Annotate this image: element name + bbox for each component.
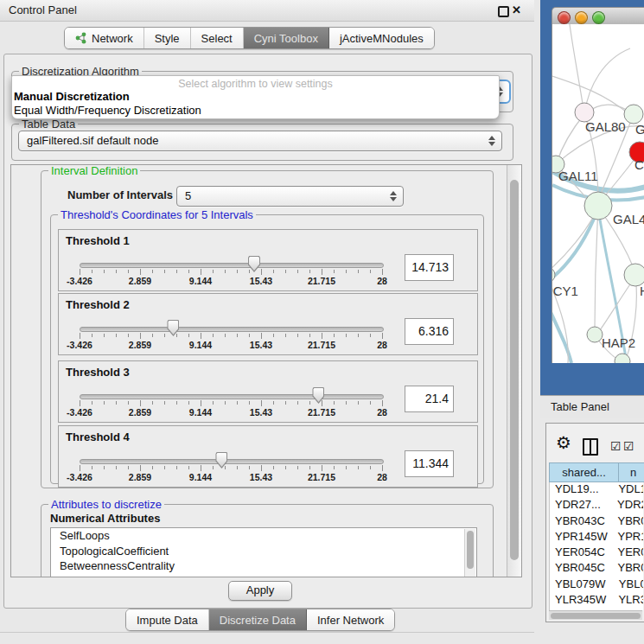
column-header-shared-name[interactable]: shared... [549, 462, 619, 482]
split-columns-icon[interactable] [583, 438, 598, 456]
tick-mark [358, 270, 359, 273]
scrollbar-thumb[interactable] [510, 180, 519, 560]
scrollbar-thumb[interactable] [467, 531, 474, 569]
tick-mark [309, 270, 310, 273]
tick-label: 15.43 [250, 407, 272, 418]
scrollbar-thumb[interactable] [551, 613, 641, 619]
checkbox-icon[interactable]: ☑ [610, 439, 622, 453]
slider-track[interactable] [80, 459, 384, 464]
table-row[interactable]: YLR345WYLR3 [550, 593, 643, 609]
tick-mark [152, 466, 153, 469]
network-node[interactable] [584, 192, 612, 220]
cell-name[interactable]: YBR0 [615, 561, 643, 577]
table-data-combobox[interactable]: galFiltered.sif default node [18, 131, 502, 151]
network-node[interactable] [552, 267, 555, 283]
minimize-traffic-light[interactable] [575, 11, 588, 24]
network-canvas[interactable]: GAL80GACGAL11GAL4GCY1HAHAP2 [552, 24, 644, 363]
attributes-scrollbar[interactable] [464, 529, 475, 577]
threshold-2-value-box[interactable]: 6.316 [405, 318, 454, 345]
tab-jactivemnodules[interactable]: jActiveMNodules [329, 28, 434, 48]
table-body[interactable]: YDL19...YDL1YDR27...YDR2YBR043CYBR0YPR14… [549, 482, 643, 610]
tab-select[interactable]: Select [191, 28, 244, 48]
checkbox-icon[interactable]: ☑ [623, 439, 634, 453]
tick-mark [176, 334, 177, 337]
table-row[interactable]: YBR043CYBR0 [550, 514, 643, 530]
tab-cyni-toolbox[interactable]: Cyni Toolbox [244, 28, 329, 48]
slider-track[interactable] [80, 327, 384, 332]
zoom-traffic-light[interactable] [592, 11, 605, 24]
tick-mark [261, 400, 262, 406]
tab-impute-data[interactable]: Impute Data [126, 609, 209, 630]
cell-shared-name[interactable]: YLR345W [550, 593, 615, 609]
tab-infer-network[interactable]: Infer Network [307, 609, 394, 630]
slider-thumb[interactable] [215, 452, 227, 469]
apply-button[interactable]: Apply [228, 581, 292, 601]
network-node[interactable] [624, 105, 643, 124]
table-row[interactable]: YER054CYER0 [550, 545, 643, 561]
cell-shared-name[interactable]: YDR27... [550, 498, 614, 513]
tick-mark [358, 401, 359, 405]
cell-name[interactable]: YER0 [615, 545, 643, 561]
float-window-icon[interactable] [498, 6, 509, 17]
tick-mark [128, 401, 129, 405]
cell-shared-name[interactable]: YBR043C [550, 514, 615, 530]
popup-option-equal-width[interactable]: Equal Width/Frequency Discretization [14, 104, 201, 117]
column-header-name[interactable]: n [619, 462, 644, 482]
gear-icon[interactable]: ⚙ [556, 434, 571, 451]
interval-definition-group: Interval Definition Number of Intervals … [41, 170, 494, 488]
cell-shared-name[interactable]: YBR045C [550, 561, 615, 577]
attribute-list-item[interactable]: BetweennessCentrality [51, 558, 476, 574]
threshold-3-value-box[interactable]: 21.4 [405, 386, 454, 412]
settings-vertical-scrollbar[interactable] [507, 165, 521, 577]
cell-shared-name[interactable]: YBL079W [550, 577, 615, 593]
tick-mark [285, 334, 286, 337]
threshold-4-value-box[interactable]: 11.344 [405, 450, 454, 477]
numerical-attributes-list[interactable]: SelfLoopsTopologicalCoefficientBetweenne… [50, 527, 477, 577]
cell-shared-name[interactable]: YDL19... [550, 482, 615, 498]
tick-mark [116, 270, 117, 273]
table-row[interactable]: YDR27...YDR2 [550, 498, 643, 513]
control-panel-titlebar: Control Panel ✕ [0, 0, 534, 22]
tick-mark [346, 270, 347, 273]
slider-thumb[interactable] [167, 320, 179, 336]
tick-mark [176, 466, 177, 469]
number-of-intervals-combobox[interactable]: 5 [176, 186, 404, 207]
slider-track[interactable] [80, 394, 384, 399]
table-data-combobox-value: galFiltered.sif default node [27, 131, 158, 150]
cell-name[interactable]: YBL0 [615, 577, 643, 593]
popup-option-manual-discretization[interactable]: Manual Discretization [14, 90, 130, 103]
cell-name[interactable]: YBR0 [615, 514, 643, 530]
tab-network[interactable]: Network [65, 28, 144, 48]
tab-style[interactable]: Style [144, 28, 191, 48]
table-row[interactable]: YBR045CYBR0 [550, 561, 643, 577]
attribute-list-item[interactable]: SelfLoops [51, 528, 476, 544]
threshold-1-value-box[interactable]: 14.713 [405, 254, 454, 281]
table-horizontal-scrollbar[interactable] [549, 610, 642, 620]
table-row[interactable]: YDL19...YDL1 [550, 482, 643, 498]
bottom-tab-bar: Impute Data Discretize Data Infer Networ… [125, 609, 395, 631]
tick-mark [334, 466, 335, 469]
cell-shared-name[interactable]: YER054C [550, 545, 615, 561]
cell-shared-name[interactable]: YPR145W [550, 530, 615, 545]
tick-mark [140, 465, 141, 471]
cell-name[interactable]: YDL1 [615, 482, 643, 498]
tick-mark [213, 466, 214, 469]
cell-name[interactable]: YDR2 [614, 498, 643, 513]
close-traffic-light[interactable] [558, 11, 571, 24]
slider-thumb[interactable] [248, 256, 260, 272]
table-row[interactable]: YBL079WYBL0 [550, 577, 643, 593]
close-icon[interactable]: ✕ [512, 3, 521, 18]
cell-name[interactable]: YPR1 [615, 530, 643, 545]
tick-mark [213, 401, 214, 405]
tick-mark [382, 400, 383, 406]
table-row[interactable]: YPR145WYPR1 [550, 530, 643, 545]
tick-mark [309, 401, 310, 405]
slider-thumb[interactable] [312, 387, 324, 404]
attribute-list-item[interactable]: TopologicalCoefficient [51, 544, 476, 559]
combo-stepper-icon [389, 191, 397, 201]
slider-track[interactable] [80, 263, 384, 268]
tick-mark [237, 334, 238, 337]
tab-discretize-data[interactable]: Discretize Data [209, 609, 307, 630]
network-node[interactable] [587, 327, 603, 342]
cell-name[interactable]: YLR3 [615, 593, 643, 609]
